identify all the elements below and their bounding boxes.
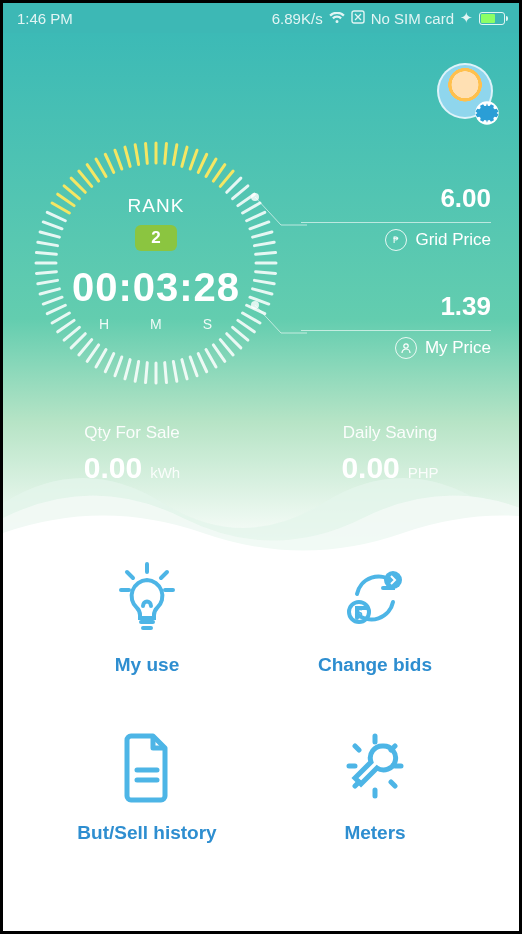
timer-s-label: S [203,316,213,332]
countdown-timer: 00:03:28 [72,265,240,310]
my-price-row: 1.39 My Price [301,291,491,359]
tile-meters-label: Meters [344,822,405,844]
svg-point-74 [404,344,408,348]
no-sim-icon [351,10,365,27]
status-bar: 1:46 PM 6.89K/s No SIM card ✦ [3,3,519,33]
svg-point-77 [384,571,402,589]
lightbulb-icon [107,558,187,638]
qty-value: 0.00 [84,451,142,485]
qty-unit: kWh [150,464,180,481]
grid-price-row: 6.00 ₱ Grid Price [301,183,491,251]
timer-m-label: M [150,316,163,332]
document-icon [107,726,187,806]
battery-icon [479,12,505,25]
tile-history-label: But/Sell history [77,822,216,844]
settings-gear-icon[interactable] [473,99,501,127]
saving-label: Daily Saving [261,423,519,443]
qty-for-sale-stat: Qty For Sale 0.00 kWh [3,423,261,485]
php-currency-icon: ₱ [385,229,407,251]
stats-row: Qty For Sale 0.00 kWh Daily Saving 0.00 … [3,423,519,485]
saving-unit: PHP [408,464,439,481]
grid-price-value: 6.00 [301,183,491,214]
exchange-icon: $ [335,558,415,638]
svg-text:$: $ [356,606,363,620]
tile-change-bids-label: Change bids [318,654,432,676]
status-speed: 6.89K/s [272,10,323,27]
tile-change-bids[interactable]: $ Change bids [261,558,489,676]
saving-value: 0.00 [341,451,399,485]
countdown-dial: RANK 2 00:03:28 H M S [31,138,281,388]
grid-price-label: Grid Price [415,230,491,250]
menu-grid: My use $ Change bids But/Sell history [3,548,519,844]
my-price-value: 1.39 [301,291,491,322]
profile-avatar[interactable] [437,63,497,123]
my-price-label: My Price [425,338,491,358]
status-time: 1:46 PM [17,10,73,27]
price-panel: 6.00 ₱ Grid Price 1.39 My Price [301,183,491,399]
status-sim: No SIM card [371,10,454,27]
tile-my-use-label: My use [115,654,179,676]
tile-my-use[interactable]: My use [33,558,261,676]
qty-label: Qty For Sale [3,423,261,443]
user-icon [395,337,417,359]
hero-panel: RANK 2 00:03:28 H M S 6.00 ₱ Grid Price … [3,33,519,553]
meter-wrench-icon [335,726,415,806]
rank-label: RANK [128,195,185,217]
rank-badge: 2 [135,225,176,251]
tile-history[interactable]: But/Sell history [33,726,261,844]
timer-h-label: H [99,316,110,332]
tile-meters[interactable]: Meters [261,726,489,844]
charging-icon: ✦ [460,9,473,27]
daily-saving-stat: Daily Saving 0.00 PHP [261,423,519,485]
wifi-icon [329,10,345,27]
